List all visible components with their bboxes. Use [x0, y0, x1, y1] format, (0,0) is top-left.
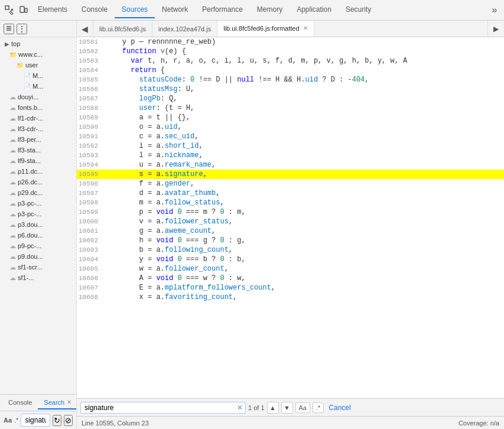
code-line[interactable]: 10603 b = a.following_count, [77, 245, 504, 255]
sidebar-toggle-icon[interactable] [4, 24, 14, 34]
file-tab-index.102ea47d.js[interactable]: index.102ea47d.js [152, 21, 217, 37]
search-input-wrap: ✕ [80, 402, 246, 414]
sidebar-item-lf3-cdr[interactable]: ☁lf3-cdr-... [0, 124, 76, 134]
line-number: 10586 [77, 84, 103, 94]
sidebar-item-p26[interactable]: ☁p26.dc... [0, 177, 76, 187]
line-number: 10607 [77, 283, 103, 292]
bottom-tab-search[interactable]: Search ✕ [38, 396, 77, 410]
sidebar-item-p9-dou[interactable]: ☁p9.dou... [0, 251, 76, 262]
line-content: m = a.follow_status, [103, 198, 225, 207]
more-tabs-button[interactable]: » [487, 3, 502, 17]
file-tab-lib.ui.8fc5fed6.js[interactable]: lib.ui.8fc5fed6.js [93, 21, 152, 37]
search-input[interactable] [83, 402, 237, 413]
sidebar-item-p3-pc1[interactable]: ☁p3-pc-... [0, 198, 76, 209]
code-line[interactable]: 10588 user: (t = H, [77, 103, 504, 113]
code-line[interactable]: 10605 w = a.follower_count, [77, 264, 504, 274]
code-line[interactable]: 10584 return { [77, 66, 504, 75]
code-line[interactable]: 10582 function v(e) { [77, 47, 504, 56]
code-line[interactable]: 10606 A = void 0 === w ? 0 : w, [77, 274, 504, 283]
code-line[interactable]: 10600 v = a.follower_status, [77, 217, 504, 226]
tab-elements[interactable]: Elements [31, 2, 74, 18]
tab-performance[interactable]: Performance [195, 2, 250, 18]
tab-memory[interactable]: Memory [250, 2, 290, 18]
sidebar-item-lf3-per[interactable]: ☁lf3-per... [0, 134, 76, 145]
inspect-icon[interactable] [2, 3, 17, 17]
sidebar-item-p3-pc2[interactable]: ☁p3-pc-... [0, 209, 76, 219]
code-line[interactable]: 10601 g = a.aweme_count, [77, 226, 504, 236]
sidebar-item-p29[interactable]: ☁p29.dc... [0, 187, 76, 198]
bottom-dot-toggle[interactable]: .* [14, 417, 18, 424]
search-next-button[interactable]: ▼ [281, 402, 293, 414]
sidebar-item-sf1-2[interactable]: ☁sf1-... [0, 272, 76, 283]
file-tab-label: index.102ea47d.js [158, 25, 211, 32]
search-cancel-button[interactable]: Cancel [326, 402, 353, 413]
sidebar-more-icon[interactable]: ⋮ [17, 24, 27, 34]
search-match-case-button[interactable]: Aa [295, 402, 310, 413]
tab-console[interactable]: Console [74, 2, 115, 18]
tab-application[interactable]: Application [290, 2, 339, 18]
line-number: 10591 [77, 132, 103, 141]
file-tabs-toggle[interactable]: ◀ [77, 21, 93, 37]
search-clear-icon[interactable]: ✕ [237, 404, 243, 412]
sidebar-item-p9-pc[interactable]: ☁p9-pc-... [0, 240, 76, 251]
file-tabs-end[interactable]: ▶ [487, 21, 504, 37]
sidebar-item-m1[interactable]: 📄M... [0, 70, 76, 81]
sidebar-item-lf3-sta[interactable]: ☁lf3-sta... [0, 145, 76, 155]
device-toggle-icon[interactable] [17, 3, 31, 17]
sidebar-item-fonts[interactable]: ☁fonts.b... [0, 102, 76, 113]
sidebar-item-www[interactable]: 📁www.c... [0, 49, 76, 60]
sidebar-item-top[interactable]: ▶top [0, 38, 76, 49]
sidebar-item-sf1-scr[interactable]: ☁sf1-scr... [0, 262, 76, 272]
bottom-clear-icon[interactable]: ⊘ [64, 415, 73, 426]
bottom-search-input[interactable] [21, 414, 50, 427]
tab-sources[interactable]: Sources [115, 2, 155, 18]
code-editor[interactable]: 10581 y p — rennnnne_re_web)10582 functi… [77, 37, 504, 398]
code-line[interactable]: 10585 statusCode: 0 !== D || null !== H … [77, 75, 504, 84]
bottom-tab-close[interactable]: ✕ [67, 399, 71, 405]
line-content: statusCode: 0 !== D || null !== H && H.u… [103, 75, 369, 84]
line-content: u = a.remark_name, [103, 160, 216, 170]
code-line[interactable]: 10593 l = a.nickname, [77, 151, 504, 160]
tab-security[interactable]: Security [339, 2, 378, 18]
code-line[interactable]: 10604 y = void 0 === b ? 0 : b, [77, 255, 504, 264]
code-line[interactable]: 10592 i = a.short_id, [77, 141, 504, 151]
search-prev-button[interactable]: ▲ [267, 402, 279, 414]
sidebar-item-user[interactable]: 📁user [0, 60, 76, 70]
code-line[interactable]: 10581 y p — rennnnne_re_web) [77, 37, 504, 47]
bottom-refresh-icon[interactable]: ↻ [53, 415, 61, 426]
code-line[interactable]: 10594 u = a.remark_name, [77, 160, 504, 170]
code-line[interactable]: 10591 c = a.sec_uid, [77, 132, 504, 141]
sidebar-item-douyin[interactable]: ☁douyi... [0, 92, 76, 102]
code-line[interactable]: 10590 o = a.uid, [77, 122, 504, 132]
code-line[interactable]: 10598 m = a.follow_status, [77, 198, 504, 207]
file-tab-lib.ui.8fc5fed6.js:formatted[interactable]: lib.ui.8fc5fed6.js:formatted ✕ [217, 21, 314, 37]
code-line[interactable]: 10586 statusMsg: U, [77, 84, 504, 94]
code-line[interactable]: 10587 logPb: Q, [77, 94, 504, 103]
bottom-tabs: ConsoleSearch ✕ [0, 395, 76, 411]
code-line[interactable]: 10595 s = a.signature, [77, 170, 504, 179]
code-line[interactable]: 10596 f = a.gender, [77, 179, 504, 188]
code-line[interactable]: 10608 x = a.favoriting_count, [77, 292, 504, 302]
line-number: 10599 [77, 207, 103, 217]
file-tab-close[interactable]: ✕ [303, 25, 308, 31]
code-line[interactable]: 10607 E = a.mplatform_followers_count, [77, 283, 504, 292]
code-line[interactable]: 10602 h = void 0 === g ? 0 : g, [77, 236, 504, 245]
tab-network[interactable]: Network [155, 2, 195, 18]
sidebar-item-label: lf3-sta... [18, 147, 41, 154]
sidebar-item-p3-dou[interactable]: ☁p3.dou... [0, 219, 76, 230]
search-regex-button[interactable]: .* [313, 402, 324, 413]
bottom-aa-toggle[interactable]: Aa [4, 417, 12, 424]
code-line[interactable]: 10597 d = a.avatar_thumb, [77, 188, 504, 198]
sidebar-item-p6-dou[interactable]: ☁p6.dou... [0, 230, 76, 240]
code-line[interactable]: 10599 p = void 0 === m ? 0 : m, [77, 207, 504, 217]
line-content: w = a.follower_count, [103, 264, 229, 274]
line-number: 10592 [77, 141, 103, 151]
bottom-tab-console[interactable]: Console [2, 396, 38, 410]
sidebar-item-p11[interactable]: ☁p11.dc... [0, 166, 76, 177]
code-line[interactable]: 10583 var t, n, r, a, o, c, i, l, u, s, … [77, 56, 504, 66]
sidebar-item-lf1-cdr[interactable]: ☁lf1-cdr-... [0, 113, 76, 124]
code-line[interactable]: 10589 a = t || {}, [77, 113, 504, 122]
sidebar-item-m2[interactable]: 📄M... [0, 81, 76, 92]
line-number: 10604 [77, 255, 103, 264]
sidebar-item-lf9-sta[interactable]: ☁lf9-sta... [0, 155, 76, 166]
